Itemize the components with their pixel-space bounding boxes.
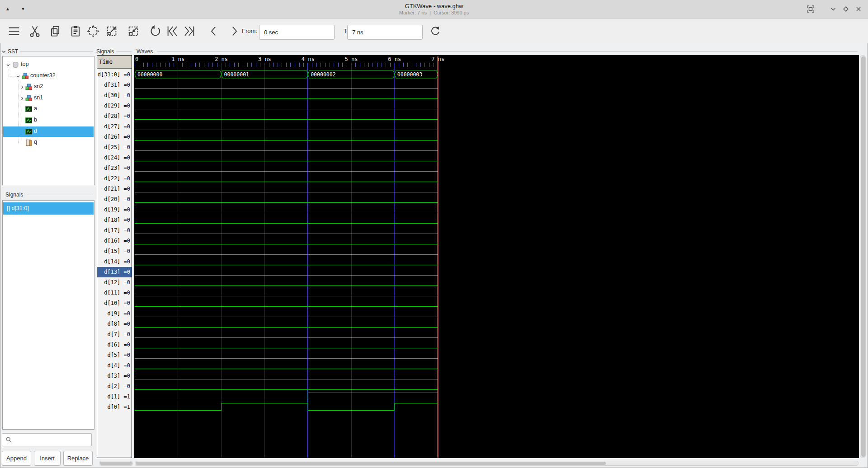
zoom-fit-button[interactable] (85, 23, 102, 40)
signal-name-row[interactable]: d[30] =0 (97, 90, 132, 101)
undo-icon (149, 24, 162, 38)
paste-button[interactable] (67, 23, 84, 40)
tree-item-top[interactable]: top (3, 60, 94, 70)
insert-button[interactable]: Insert (34, 451, 61, 466)
signal-name-row[interactable]: d[20] =0 (97, 194, 132, 205)
signal-name-row[interactable]: d[19] =0 (97, 205, 132, 215)
signal-name-row[interactable]: d[4] =0 (97, 360, 132, 371)
close-icon[interactable] (855, 5, 863, 14)
signal-name-row[interactable]: d[24] =0 (97, 153, 132, 163)
signal-name-row[interactable]: d[13] =0 (97, 267, 132, 277)
signal-name-row[interactable]: d[22] =0 (97, 173, 132, 184)
waves-vscrollbar[interactable] (860, 55, 866, 458)
previous-button[interactable] (205, 23, 222, 40)
reload-icon (429, 25, 442, 37)
tree-item-label: sn1 (34, 94, 43, 101)
signal-name-row[interactable]: d[29] =0 (97, 101, 132, 111)
waves-vscrollbar-thumb[interactable] (861, 56, 865, 457)
signal-name-row[interactable]: d[9] =0 (97, 309, 132, 319)
signal-name-row[interactable]: d[16] =0 (97, 236, 132, 246)
bit-trace (135, 403, 438, 411)
zoom-out-button[interactable] (125, 23, 142, 40)
signal-name-row[interactable]: d[14] =0 (97, 257, 132, 267)
signal-name-row[interactable]: d[15] =0 (97, 246, 132, 257)
to-end-button[interactable] (181, 23, 198, 40)
time-axis-label: 4 ns (302, 56, 315, 62)
signal-name-row[interactable]: d[27] =0 (97, 122, 132, 132)
tree-item-label: sn2 (34, 83, 43, 89)
signal-name-row[interactable]: d[7] =0 (97, 329, 132, 340)
time-axis-label: 0 (135, 56, 138, 62)
replace-button[interactable]: Replace (63, 451, 93, 466)
to-input[interactable] (347, 25, 423, 40)
signal-name-row[interactable]: d[0] =1 (97, 402, 132, 412)
tree-expander-icon[interactable] (6, 63, 10, 67)
signal-name-row[interactable]: d[31:0] =0 (97, 70, 132, 80)
tree-item-q[interactable]: q (3, 137, 94, 148)
tree-item-label: top (21, 61, 28, 67)
sst-frame-line (20, 51, 93, 51)
timescale-ticks (135, 63, 438, 67)
signal-name-row[interactable]: d[11] =0 (97, 288, 132, 298)
cut-icon (28, 24, 42, 38)
signals-list-frame-line (27, 195, 93, 195)
tree-expander-icon[interactable] (20, 85, 24, 89)
signal-name-row[interactable]: d[1] =1 (97, 392, 132, 402)
reload-button[interactable] (427, 23, 444, 40)
names-frame-label: Signals (96, 48, 114, 55)
signal-name-row[interactable]: d[23] =0 (97, 163, 132, 173)
tree-item-b[interactable]: b (3, 115, 94, 126)
tree-item-sn1[interactable]: sn1 (3, 93, 94, 103)
signal-name-row[interactable]: d[21] =0 (97, 184, 132, 194)
zoom-in-button[interactable] (103, 23, 120, 40)
instance-icon (25, 84, 32, 90)
signal-name-row[interactable]: d[8] =0 (97, 319, 132, 329)
signal-name-row[interactable]: d[2] =0 (97, 381, 132, 392)
tree-item-label: a (34, 105, 37, 112)
names-hscrollbar[interactable] (99, 461, 133, 466)
tree-item-label: counter32 (30, 72, 56, 79)
tree-expander-icon[interactable] (16, 74, 20, 79)
signal-name-row[interactable]: d[6] =0 (97, 340, 132, 350)
signal-name-row[interactable]: d[25] =0 (97, 142, 132, 153)
fullscreen-icon[interactable] (807, 5, 815, 14)
waves-hscrollbar[interactable] (135, 461, 859, 466)
zoom-in-icon (105, 24, 118, 38)
minimize-icon[interactable] (830, 5, 838, 14)
waveform-canvas[interactable]: 01 ns2 ns3 ns4 ns5 ns6 ns7 ns00000000000… (134, 55, 859, 458)
waves-hscrollbar-thumb[interactable] (136, 462, 606, 465)
signal-name-row[interactable]: d[28] =0 (97, 111, 132, 122)
signal-name-row[interactable]: d[3] =0 (97, 371, 132, 381)
tree-item-counter32[interactable]: counter32 (3, 71, 94, 81)
time-axis-label: 3 ns (258, 56, 271, 62)
menu-button[interactable] (5, 23, 23, 40)
undo-button[interactable] (147, 23, 164, 40)
from-input[interactable] (259, 25, 335, 40)
tree-item-a[interactable]: a (3, 104, 94, 114)
signal-name-row[interactable]: d[12] =0 (97, 277, 132, 288)
append-button[interactable]: Append (2, 451, 31, 466)
tree-item-d[interactable]: d (3, 126, 94, 137)
waveform-svg[interactable]: 01 ns2 ns3 ns4 ns5 ns6 ns7 ns00000000000… (134, 55, 859, 458)
time-axis-label: 5 ns (345, 56, 358, 62)
signal-name-row[interactable]: d[18] =0 (97, 215, 132, 225)
cut-button[interactable] (26, 23, 43, 40)
sst-collapse-icon[interactable] (1, 49, 6, 54)
copy-button[interactable] (47, 23, 64, 40)
names-hscrollbar-thumb[interactable] (100, 462, 132, 465)
search-input[interactable] (2, 433, 92, 446)
signal-name-row[interactable]: d[31] =0 (97, 80, 132, 90)
signal-name-row[interactable]: d[5] =0 (97, 350, 132, 360)
next-button[interactable] (226, 23, 243, 40)
to-start-button[interactable] (164, 23, 181, 40)
signal-name-row[interactable]: d[17] =0 (97, 225, 132, 236)
signals-list-item[interactable]: [] d[31:0] (3, 202, 94, 215)
signal-name-row[interactable]: d[26] =0 (97, 132, 132, 142)
maximize-icon[interactable] (842, 5, 850, 14)
tree-expander-icon[interactable] (20, 96, 24, 101)
signal-name-row[interactable]: d[10] =0 (97, 298, 132, 309)
zoom-out-icon (127, 24, 140, 38)
tree-item-sn2[interactable]: sn2 (3, 82, 94, 92)
previous-icon (207, 24, 221, 38)
marker-cursor-status: Marker: 7 ns | Cursor: 3990 ps (0, 10, 868, 15)
